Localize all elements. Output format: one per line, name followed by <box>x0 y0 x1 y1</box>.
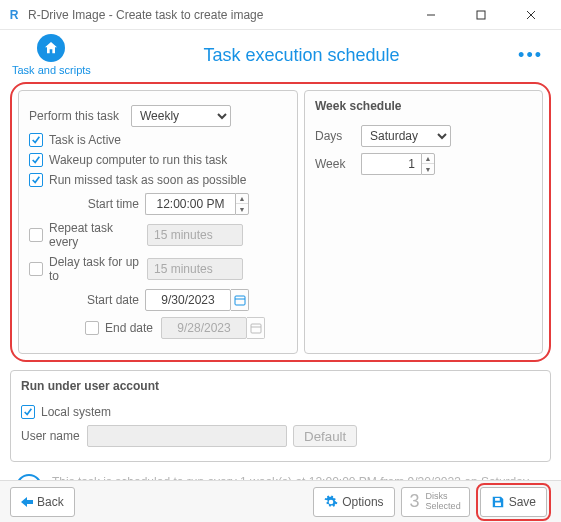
schedule-panel: Perform this task Weekly Task is Active … <box>18 90 298 354</box>
svg-rect-4 <box>235 296 245 305</box>
close-button[interactable] <box>515 3 547 27</box>
start-date-label: Start date <box>29 293 139 307</box>
start-time-spinner[interactable]: ▲▼ <box>235 193 249 215</box>
week-input[interactable] <box>361 153 421 175</box>
repeat-checkbox[interactable] <box>29 228 43 242</box>
delay-label: Delay task for up to <box>49 255 141 283</box>
week-spinner[interactable]: ▲▼ <box>421 153 435 175</box>
gear-icon <box>324 495 338 509</box>
start-time-input[interactable] <box>145 193 235 215</box>
home-nav[interactable]: Task and scripts <box>12 34 91 76</box>
minimize-button[interactable] <box>415 3 447 27</box>
svg-rect-6 <box>251 324 261 333</box>
delay-checkbox[interactable] <box>29 262 43 276</box>
perform-task-label: Perform this task <box>29 109 125 123</box>
days-label: Days <box>315 129 355 143</box>
task-active-checkbox[interactable] <box>29 133 43 147</box>
run-missed-label: Run missed task as soon as possible <box>49 173 246 187</box>
titlebar: R R-Drive Image - Create task to create … <box>0 0 561 30</box>
header: Task and scripts Task execution schedule… <box>0 30 561 82</box>
calendar-icon-disabled <box>247 317 265 339</box>
app-icon: R <box>6 7 22 23</box>
start-date-input[interactable] <box>145 289 231 311</box>
task-active-label: Task is Active <box>49 133 121 147</box>
account-title: Run under user account <box>21 379 540 399</box>
week-label: Week <box>315 157 355 171</box>
footer: Back Options 3 DisksSelected Save <box>0 480 561 522</box>
svg-rect-1 <box>477 11 485 19</box>
username-input <box>87 425 287 447</box>
save-button[interactable]: Save <box>480 487 547 517</box>
repeat-label: Repeat task every <box>49 221 141 249</box>
wakeup-label: Wakeup computer to run this task <box>49 153 227 167</box>
back-button[interactable]: Back <box>10 487 75 517</box>
home-icon <box>37 34 65 62</box>
maximize-button[interactable] <box>465 3 497 27</box>
local-system-label: Local system <box>41 405 111 419</box>
local-system-checkbox[interactable] <box>21 405 35 419</box>
username-label: User name <box>21 429 81 443</box>
options-button[interactable]: Options <box>313 487 394 517</box>
wakeup-checkbox[interactable] <box>29 153 43 167</box>
account-panel: Run under user account Local system User… <box>10 370 551 462</box>
disks-count: 3 <box>410 491 420 512</box>
delay-value: 15 minutes <box>147 258 243 280</box>
save-icon <box>491 495 505 509</box>
end-date-checkbox[interactable] <box>85 321 99 335</box>
window-title: R-Drive Image - Create task to create im… <box>28 8 263 22</box>
frequency-select[interactable]: Weekly <box>131 105 231 127</box>
default-button: Default <box>293 425 357 447</box>
start-time-label: Start time <box>29 197 139 211</box>
home-label: Task and scripts <box>12 64 91 76</box>
calendar-icon[interactable] <box>231 289 249 311</box>
back-arrow-icon <box>21 497 33 507</box>
week-schedule-title: Week schedule <box>315 99 532 119</box>
more-button[interactable]: ••• <box>512 45 549 66</box>
schedule-highlight: Perform this task Weekly Task is Active … <box>10 82 551 362</box>
days-select[interactable]: Saturday <box>361 125 451 147</box>
page-title: Task execution schedule <box>91 45 512 66</box>
repeat-value: 15 minutes <box>147 224 243 246</box>
end-date-input <box>161 317 247 339</box>
run-missed-checkbox[interactable] <box>29 173 43 187</box>
save-highlight: Save <box>476 483 551 521</box>
disks-selected-button[interactable]: 3 DisksSelected <box>401 487 470 517</box>
end-date-label: End date <box>105 321 155 335</box>
week-schedule-panel: Week schedule Days Saturday Week ▲▼ <box>304 90 543 354</box>
